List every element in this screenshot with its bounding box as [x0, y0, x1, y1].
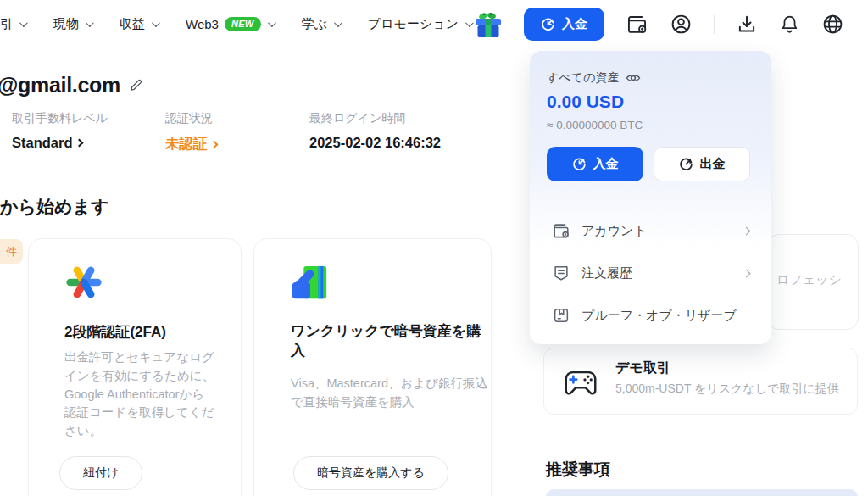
top-nav: 引 現物 収益 Web3 NEW 学ぶ プロモーション	[0, 0, 868, 48]
menu-item-label: プルーフ・オブ・リザーブ	[581, 308, 737, 324]
nav-item-promotion[interactable]: プロモーション	[368, 16, 471, 32]
kyc-status-value[interactable]: 未認証	[165, 135, 217, 153]
nav-item-label: Web3	[186, 17, 219, 31]
fee-level-value[interactable]: Standard	[12, 135, 108, 151]
wallet-icon	[552, 221, 570, 240]
withdraw-icon	[679, 157, 693, 171]
chevron-down-icon	[19, 19, 28, 27]
deposit-label: 入金	[562, 16, 587, 32]
chevron-down-icon	[152, 19, 160, 27]
side-tag-badge[interactable]: 件	[0, 239, 23, 264]
nav-actions: 入金	[474, 0, 844, 48]
chevron-down-icon	[334, 19, 342, 27]
nav-item-web3[interactable]: Web3 NEW	[186, 17, 274, 31]
balance-usd: 0.00 USD	[547, 92, 624, 112]
chevron-right-icon	[743, 269, 751, 277]
nav-item-label: 収益	[120, 16, 145, 32]
buy-crypto-button[interactable]: 暗号資産を購入する	[293, 456, 448, 490]
account-email: @gmail.com	[0, 73, 143, 98]
gift-icon[interactable]	[474, 9, 503, 40]
deposit-icon	[572, 157, 587, 171]
chevron-right-icon	[209, 140, 218, 148]
card-partial-right: ロフェッシ	[767, 234, 859, 330]
card-buy-crypto: ワンクリックで暗号資産を購入 Visa、Mastercard、および銀行振込で直…	[253, 238, 492, 496]
link-2fa-button[interactable]: 紐付け	[59, 456, 142, 490]
card-title: 2段階認証(2FA)	[64, 323, 166, 343]
edit-pencil-icon[interactable]	[129, 78, 143, 92]
chevron-down-icon	[465, 19, 474, 27]
section-title: から始めます	[0, 195, 108, 219]
nav-item-learn[interactable]: 学ぶ	[302, 16, 340, 32]
card-demo-trading[interactable]: デモ取引 5,000m-USDT をリスクなしで取引に提供	[543, 348, 858, 415]
menu-item-proof-of-reserve[interactable]: プルーフ・オブ・リザーブ	[530, 297, 771, 334]
nav-item-label: 学ぶ	[302, 16, 327, 32]
nav-menu: 引 現物 収益 Web3 NEW 学ぶ プロモーション	[0, 0, 471, 48]
last-login-value: 2025-02-02 16:46:32	[309, 135, 441, 151]
chevron-down-icon	[86, 19, 94, 27]
deposit-icon	[541, 17, 555, 31]
nav-item-label: 現物	[53, 16, 79, 32]
partial-card-text: ロフェッシ	[776, 272, 842, 288]
withdraw-label: 出金	[700, 156, 726, 172]
download-icon[interactable]	[736, 14, 758, 36]
card-title: ワンクリックで暗号資産を購入	[291, 322, 484, 361]
globe-icon[interactable]	[821, 13, 844, 36]
dropdown-withdraw-button[interactable]: 出金	[654, 147, 750, 181]
nav-item-trade[interactable]: 引	[0, 16, 25, 32]
nav-item-label: プロモーション	[368, 16, 459, 32]
nav-item-spot[interactable]: 現物	[53, 16, 92, 32]
last-login-label: 最終ログイン時間	[309, 111, 441, 126]
recommendations-title: 推奨事項	[546, 459, 610, 481]
email-text: @gmail.com	[0, 73, 120, 98]
menu-item-label: アカウント	[581, 223, 647, 239]
next-card-top-edge	[546, 489, 858, 496]
all-assets-label: すべての資産	[547, 70, 619, 86]
deposit-label: 入金	[593, 156, 619, 172]
menu-item-order-history[interactable]: 注文履歴	[530, 254, 771, 292]
proof-of-reserve-icon	[552, 306, 570, 325]
new-badge: NEW	[225, 17, 261, 31]
nav-divider	[714, 15, 715, 34]
balance-btc: ≈ 0.00000000 BTC	[547, 119, 643, 131]
dropdown-deposit-button[interactable]: 入金	[547, 147, 643, 181]
nav-item-earn[interactable]: 収益	[120, 16, 158, 32]
google-authenticator-icon	[64, 263, 103, 305]
card-2fa: 2段階認証(2FA) 出金許可とセキュアなログインを有効にするために、Googl…	[28, 238, 242, 496]
nav-deposit-button[interactable]: 入金	[524, 8, 604, 41]
nav-item-label: 引	[0, 16, 13, 32]
kyc-status-label: 認証状況	[165, 111, 217, 126]
all-assets-row: すべての資産	[547, 70, 641, 86]
bell-icon[interactable]	[779, 14, 800, 35]
gamepad-icon	[561, 362, 600, 404]
chevron-down-icon	[267, 19, 275, 27]
kyc-status-text: 未認証	[165, 135, 208, 153]
user-icon[interactable]	[670, 13, 693, 36]
order-history-icon	[552, 264, 570, 282]
fee-level-text: Standard	[12, 135, 73, 151]
eye-icon[interactable]	[626, 72, 641, 84]
card-description: 出金許可とセキュアなログインを有効にするために、Google Authentic…	[64, 348, 215, 441]
wallet-icon[interactable]	[626, 13, 648, 36]
assets-dropdown: すべての資産 0.00 USD ≈ 0.00000000 BTC 入金 出金	[530, 51, 771, 344]
fee-level-label: 取引手数料レベル	[12, 111, 108, 126]
chevron-right-icon	[743, 226, 751, 235]
demo-card-title: デモ取引	[615, 359, 670, 377]
demo-card-description: 5,000m-USDT をリスクなしで取引に提供	[615, 382, 839, 397]
menu-item-account[interactable]: アカウント	[530, 212, 771, 249]
menu-item-label: 注文履歴	[581, 265, 632, 281]
card-description: Visa、Mastercard、および銀行振込で直接暗号資産を購入	[291, 375, 494, 412]
chevron-right-icon	[75, 139, 83, 148]
buy-crypto-icon	[291, 265, 330, 307]
